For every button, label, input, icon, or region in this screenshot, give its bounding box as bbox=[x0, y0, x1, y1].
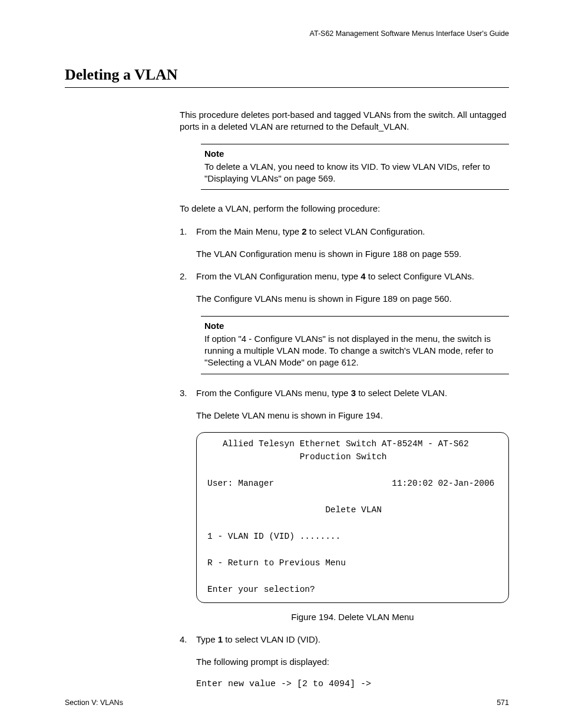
text-frag: Type bbox=[196, 634, 218, 644]
step-result: The Configure VLANs menu is shown in Fig… bbox=[196, 293, 509, 305]
terminal-line: R - Return to Previous Menu bbox=[207, 558, 346, 568]
step-number: 1. bbox=[180, 226, 187, 238]
terminal-line: 1 - VLAN ID (VID) ........ bbox=[207, 532, 340, 541]
step-2: 2. From the VLAN Configuration menu, typ… bbox=[180, 271, 509, 374]
text-frag: to select Configure VLANs. bbox=[366, 271, 474, 281]
step-4: 4. Type 1 to select VLAN ID (VID). The f… bbox=[180, 634, 509, 691]
step-number: 2. bbox=[180, 271, 187, 282]
terminal-line: Enter your selection? bbox=[207, 585, 315, 594]
bold-key: 4 bbox=[361, 271, 365, 281]
note-box-2: Note If option "4 - Configure VLANs" is … bbox=[201, 316, 509, 374]
step-result: The Delete VLAN menu is shown in Figure … bbox=[196, 410, 509, 421]
terminal-line: User: Manager 11:20:02 02-Jan-2006 bbox=[207, 479, 494, 488]
figure-caption: Figure 194. Delete VLAN Menu bbox=[196, 611, 509, 623]
text-frag: to select VLAN ID (VID). bbox=[223, 634, 320, 644]
bold-key: 3 bbox=[351, 388, 356, 398]
step-result: The VLAN Configuration menu is shown in … bbox=[196, 248, 509, 260]
terminal-menu: Allied Telesyn Ethernet Switch AT-8524M … bbox=[196, 432, 509, 603]
page-footer: Section V: VLANs 571 bbox=[65, 699, 509, 707]
terminal-line: Delete VLAN bbox=[207, 505, 382, 515]
steps-list: 1. From the Main Menu, type 2 to select … bbox=[180, 226, 509, 691]
text-frag: to select Delete VLAN. bbox=[356, 388, 447, 398]
text-frag: to select VLAN Configuration. bbox=[307, 226, 425, 236]
note-label: Note bbox=[204, 148, 505, 160]
step-number: 3. bbox=[180, 387, 187, 399]
footer-section: Section V: VLANs bbox=[65, 699, 123, 707]
step-number: 4. bbox=[180, 634, 187, 645]
intro-paragraph: This procedure deletes port-based and ta… bbox=[180, 109, 509, 133]
note-box-1: Note To delete a VLAN, you need to know … bbox=[201, 144, 509, 190]
text-frag: From the Main Menu, type bbox=[196, 226, 302, 236]
note-text: If option "4 - Configure VLANs" is not d… bbox=[204, 334, 493, 368]
step-3: 3. From the Configure VLANs menu, type 3… bbox=[180, 387, 509, 623]
footer-page-number: 571 bbox=[497, 699, 509, 707]
lead-paragraph: To delete a VLAN, perform the following … bbox=[180, 203, 509, 215]
terminal-line: Allied Telesyn Ethernet Switch AT-8524M … bbox=[207, 439, 469, 449]
bold-key: 2 bbox=[302, 226, 306, 236]
step-text: From the Main Menu, type 2 to select VLA… bbox=[196, 226, 509, 238]
title-rule bbox=[65, 87, 509, 88]
step-text: Type 1 to select VLAN ID (VID). bbox=[196, 634, 509, 645]
page-title: Deleting a VLAN bbox=[65, 66, 509, 84]
step-result: The following prompt is displayed: bbox=[196, 656, 509, 668]
bold-key: 1 bbox=[218, 634, 223, 644]
note-label: Note bbox=[204, 320, 505, 332]
page: AT-S62 Management Software Menus Interfa… bbox=[0, 0, 562, 728]
header-guide: AT-S62 Management Software Menus Interfa… bbox=[65, 29, 509, 38]
main-content: This procedure deletes port-based and ta… bbox=[180, 109, 509, 691]
step-1: 1. From the Main Menu, type 2 to select … bbox=[180, 226, 509, 261]
note-text: To delete a VLAN, you need to know its V… bbox=[204, 162, 490, 183]
text-frag: From the Configure VLANs menu, type bbox=[196, 388, 351, 398]
prompt-text: Enter new value -> [2 to 4094] -> bbox=[196, 678, 509, 690]
step-text: From the Configure VLANs menu, type 3 to… bbox=[196, 387, 509, 399]
terminal-line: Production Switch bbox=[207, 452, 387, 462]
step-text: From the VLAN Configuration menu, type 4… bbox=[196, 271, 509, 282]
text-frag: From the VLAN Configuration menu, type bbox=[196, 271, 361, 281]
